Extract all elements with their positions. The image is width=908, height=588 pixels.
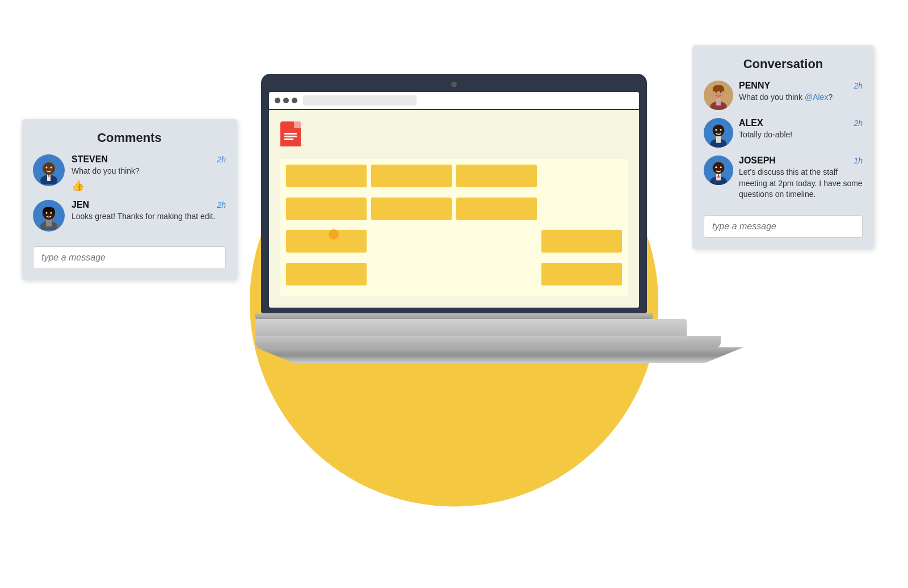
grid-cell: [286, 230, 367, 253]
grid-cell: [456, 165, 537, 187]
steven-comment-header: STEVEN 2h: [72, 154, 226, 165]
svg-rect-9: [46, 219, 52, 226]
steven-comment-body: STEVEN 2h What do you think? 👍: [72, 154, 226, 192]
svg-rect-21: [716, 136, 721, 142]
penny-name: PENNY: [739, 81, 770, 91]
at-mention-alex: @Alex: [805, 93, 828, 102]
comment-item: STEVEN 2h What do you think? 👍: [33, 154, 226, 192]
steven-time: 2h: [217, 155, 226, 164]
comment-item: JEN 2h Looks great! Thanks for making th…: [33, 200, 226, 232]
avatar-alex: [704, 118, 733, 148]
alex-text: Totally do-able!: [739, 129, 863, 141]
screen-content: [269, 110, 639, 308]
joseph-text: Let's discuss this at the staff meeting …: [739, 167, 863, 200]
screen-top-bar: [269, 92, 639, 110]
conversation-message-input[interactable]: [704, 215, 863, 238]
alex-header: ALEX 2h: [739, 118, 863, 128]
grid-cell: [371, 165, 452, 187]
conversation-panel: Conversation PENNY 2h What do you think …: [692, 45, 874, 249]
joseph-header: JOSEPH 1h: [739, 156, 863, 166]
svg-point-11: [46, 212, 48, 213]
svg-point-12: [51, 212, 52, 213]
jen-comment-body: JEN 2h Looks great! Thanks for making th…: [72, 200, 226, 222]
laptop-screen-frame: [261, 74, 647, 313]
nav-dots: [275, 98, 297, 103]
svg-point-17: [715, 91, 717, 93]
laptop-base: [255, 319, 687, 336]
avatar-penny: [704, 81, 733, 110]
nav-dot: [283, 98, 289, 103]
grid-cell: [371, 230, 452, 253]
conv-item-joseph: JOSEPH 1h Let's discuss this at the staf…: [704, 156, 863, 200]
svg-point-6: [51, 167, 52, 169]
address-bar: [303, 95, 417, 106]
penny-time: 2h: [854, 81, 863, 90]
document-grid: [280, 159, 628, 296]
svg-rect-15: [716, 98, 721, 105]
grid-cell: [456, 198, 537, 220]
laptop-screen: [269, 92, 639, 308]
svg-point-4: [43, 162, 55, 175]
svg-point-30: [715, 166, 717, 168]
svg-point-31: [720, 166, 722, 168]
grid-cell: [541, 198, 622, 220]
conv-item-alex: ALEX 2h Totally do-able!: [704, 118, 863, 148]
avatar-steven: [33, 154, 65, 186]
jen-time: 2h: [217, 200, 226, 209]
conv-item-penny: PENNY 2h What do you think @Alex?: [704, 81, 863, 110]
grid-cell: [541, 165, 622, 187]
comments-panel-title: Comments: [33, 131, 226, 145]
jen-name: JEN: [72, 200, 89, 210]
svg-point-18: [720, 91, 722, 93]
jen-text: Looks great! Thanks for making that edit…: [72, 211, 226, 222]
alex-name: ALEX: [739, 118, 763, 128]
laptop-touchpad: [255, 336, 721, 347]
joseph-name: JOSEPH: [739, 156, 776, 166]
steven-name: STEVEN: [72, 154, 108, 165]
alex-time: 2h: [854, 119, 863, 128]
svg-point-23: [715, 129, 717, 131]
laptop-camera: [451, 82, 457, 87]
conversation-panel-title: Conversation: [704, 57, 863, 72]
laptop: [255, 74, 653, 363]
laptop-hinge: [255, 313, 653, 319]
comments-panel: Comments STEVEN 2h W: [22, 119, 237, 280]
penny-text: What do you think @Alex?: [739, 92, 863, 103]
grid-cell: [541, 263, 622, 285]
avatar-joseph: [704, 156, 733, 185]
joseph-time: 1h: [854, 156, 863, 165]
grid-cell: [286, 263, 367, 285]
grid-cell: [286, 198, 367, 220]
grid-cell: [456, 230, 537, 253]
avatar-jen: [33, 200, 65, 232]
nav-dot: [275, 98, 280, 103]
alex-conv-body: ALEX 2h Totally do-able!: [739, 118, 863, 141]
svg-point-5: [46, 167, 48, 169]
grid-cell: [371, 198, 452, 220]
svg-point-24: [720, 129, 722, 131]
grid-cell: [541, 230, 622, 253]
joseph-conv-body: JOSEPH 1h Let's discuss this at the staf…: [739, 156, 863, 200]
penny-conv-body: PENNY 2h What do you think @Alex?: [739, 81, 863, 103]
like-icon[interactable]: 👍: [72, 179, 226, 192]
nav-dot: [292, 98, 297, 103]
comment-anchor-dot: [329, 229, 339, 240]
steven-text: What do you think?: [72, 166, 226, 177]
jen-comment-header: JEN 2h: [72, 200, 226, 210]
grid-cell: [371, 263, 452, 285]
grid-cell: [456, 263, 537, 285]
comments-message-input[interactable]: [33, 246, 226, 269]
penny-header: PENNY 2h: [739, 81, 863, 91]
grid-cell: [286, 165, 367, 187]
gdoc-icon: [280, 121, 301, 146]
laptop-bottom: [255, 347, 743, 363]
